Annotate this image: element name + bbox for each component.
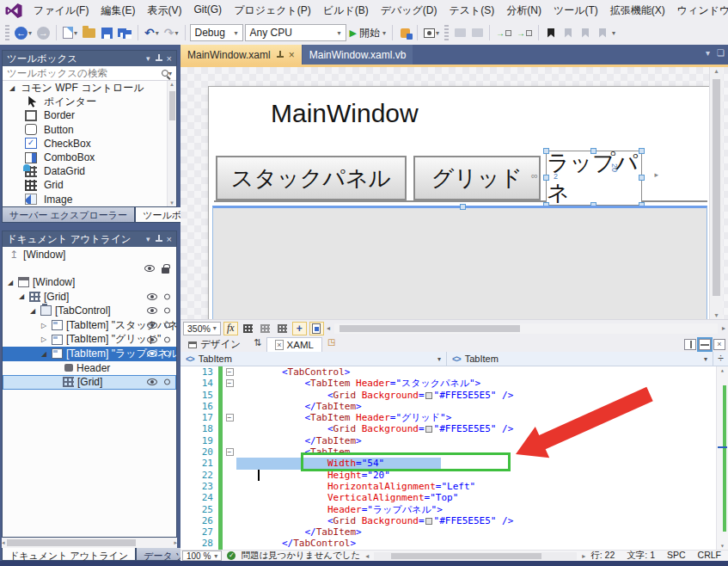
hit-test-circle-icon[interactable] — [164, 351, 170, 357]
toolbox-item-checkbox[interactable]: ✓CheckBox — [3, 137, 176, 151]
outline-title-bar[interactable]: ドキュメント アウトライン ▾ × — [3, 231, 176, 247]
code-line[interactable]: 25 Header="ラップパネル"> — [180, 504, 728, 515]
expanded-expander-icon[interactable]: ◢ — [6, 279, 15, 286]
hit-test-circle-icon[interactable] — [164, 293, 170, 299]
visibility-eye-icon[interactable] — [147, 350, 157, 357]
pin-icon[interactable] — [155, 54, 162, 63]
indentation-indicator[interactable]: SPC — [667, 550, 686, 562]
hit-test-circle-icon[interactable] — [164, 379, 170, 385]
effects-toggle-button[interactable]: fx — [223, 322, 238, 335]
grid-contrast-button[interactable] — [275, 322, 290, 335]
visibility-eye-icon[interactable] — [144, 265, 155, 272]
snap-to-snaplines-button[interactable] — [309, 322, 324, 335]
step-over-button[interactable]: → — [515, 23, 534, 42]
design-tab-grid[interactable]: グリッド — [413, 156, 541, 200]
designer-hscroll-right[interactable]: ▸ — [722, 324, 725, 332]
clear-bookmarks-button[interactable] — [595, 23, 610, 42]
code-vscrollbar[interactable]: ▴ ▾ — [716, 366, 728, 550]
snaplines-button[interactable]: + — [292, 322, 307, 335]
design-window[interactable]: MainWindow スタックパネル グリッド ラップパネ 2 20 ∞ — [208, 86, 710, 319]
designer-vscrollbar[interactable]: ▴ ▾ — [709, 67, 723, 319]
toolbox-item-grid[interactable]: Grid — [3, 178, 176, 192]
open-file-button[interactable] — [81, 23, 97, 42]
toolbox-item-datagrid[interactable]: DataGrid — [3, 164, 176, 178]
vertical-split-button[interactable] — [684, 339, 696, 350]
menu-item-test[interactable]: テスト(S) — [443, 1, 500, 21]
line-indicator[interactable]: 行: 22 — [590, 550, 615, 562]
code-hscroll-left[interactable]: ◂ — [365, 552, 369, 560]
collapse-region-icon[interactable]: − — [226, 448, 234, 456]
menu-item-tools[interactable]: ツール(T) — [548, 1, 604, 21]
resize-handle[interactable] — [543, 175, 549, 181]
navigate-forward-button[interactable]: → — [35, 23, 52, 42]
toolbox-item-combobox[interactable]: ComboBox — [3, 151, 176, 164]
toggle-bookmark-button[interactable] — [543, 23, 559, 42]
code-hscrollbar[interactable] — [374, 552, 577, 560]
toolbox-title-bar[interactable]: ツールボックス ▾ × — [3, 51, 176, 66]
visibility-eye-icon[interactable] — [147, 378, 157, 385]
toolbox-item-border[interactable]: Border — [3, 108, 176, 122]
menu-item-project[interactable]: プロジェクト(P) — [228, 1, 317, 21]
toolbox-vscrollbar[interactable]: ▴ ▾ — [167, 81, 176, 206]
outline-row[interactable]: ▷[TabItem] "グリッド" — [3, 332, 176, 347]
hot-reload-button[interactable] — [397, 23, 413, 42]
outline-row[interactable]: Header — [3, 361, 176, 376]
pin-icon[interactable] — [155, 235, 162, 243]
designer-hscrollbar[interactable] — [334, 323, 718, 334]
xaml-designer-surface[interactable]: MainWindow スタックパネル グリッド ラップパネ 2 20 ∞ — [180, 67, 728, 319]
outline-hscrollbar[interactable]: ◂ ▸ — [2, 538, 177, 548]
toolbox-group-header[interactable]: ◢コモン WPF コントロール — [3, 81, 176, 95]
debug-target-combobox[interactable]: Debug▾ — [190, 24, 243, 41]
tab-mainwindow-xaml[interactable]: MainWindow.xaml × — [180, 45, 302, 65]
code-line[interactable]: 26 <Grid Background="#FFE5E5E5" /> — [180, 515, 728, 526]
expanded-expander-icon[interactable]: ◢ — [17, 292, 26, 300]
code-line[interactable]: 27 </TabItem> — [180, 526, 728, 538]
prev-bookmark-button[interactable] — [560, 23, 576, 42]
code-hscroll-right[interactable]: ▸ — [582, 552, 585, 560]
outline-row[interactable]: ◢[Window] — [3, 275, 176, 290]
designer-hscroll-left[interactable]: ◂ — [327, 324, 330, 332]
selected-grid-content[interactable] — [212, 206, 707, 319]
resize-handle[interactable] — [460, 204, 466, 210]
menu-item-edit[interactable]: 編集(E) — [95, 1, 141, 21]
platform-combobox[interactable]: Any CPU▾ — [245, 24, 346, 41]
collapse-pane-button[interactable]: × — [713, 339, 725, 350]
line-ending-indicator[interactable]: CRLF — [698, 550, 721, 562]
outline-row[interactable]: [Grid] — [3, 375, 176, 390]
code-line[interactable]: 24 VerticalAlignment="Top" — [180, 492, 728, 503]
navigate-back-button[interactable]: ←▾ — [13, 23, 34, 42]
toolbox-item-button[interactable]: Button — [3, 123, 176, 137]
menu-item-view[interactable]: 表示(V) — [141, 1, 187, 21]
pin-icon[interactable] — [276, 51, 284, 59]
visibility-eye-icon[interactable] — [147, 307, 157, 314]
collapsed-expander-icon[interactable]: ▷ — [40, 322, 48, 329]
designer-zoom-combobox[interactable]: 350%▾ — [183, 322, 221, 335]
toolbox-item-image[interactable]: Image — [3, 193, 176, 206]
collapse-region-icon[interactable]: − — [226, 379, 234, 387]
collapsed-expander-icon[interactable]: ▷ — [40, 335, 48, 343]
visibility-eye-icon[interactable] — [147, 322, 157, 329]
close-icon[interactable]: × — [167, 234, 172, 244]
outline-jump-row[interactable]: ↥ [Window] — [3, 247, 176, 261]
menu-item-build[interactable]: ビルド(B) — [317, 1, 375, 21]
resize-handle[interactable] — [639, 148, 645, 154]
tab-design-view[interactable]: デザイン — [180, 337, 248, 352]
collapse-region-icon[interactable]: − — [226, 414, 234, 421]
design-tab-wrappanel-selected[interactable]: ラップパネ 2 20 ∞ ▸ — [546, 151, 642, 206]
code-line[interactable]: 28 </TabControl> — [180, 538, 728, 549]
start-debugging-button[interactable]: ▶ 開始 ▾ — [348, 23, 388, 42]
environment-button[interactable]: ▾ — [422, 23, 441, 42]
tab-list-icon[interactable]: ▾ — [706, 48, 710, 58]
swap-panes-button[interactable]: ⇅ — [248, 337, 266, 352]
window-menu-icon[interactable]: ▾ — [146, 235, 150, 243]
redo-button[interactable]: ↷▾ — [162, 23, 180, 42]
toolbox-item-pointer[interactable]: ポインター — [3, 95, 176, 108]
tab-xaml-view[interactable]: × XAML — [266, 337, 322, 352]
code-line[interactable]: 13− <TabControl> — [180, 366, 728, 378]
design-tab-stackpanel[interactable]: スタックパネル — [216, 156, 407, 200]
hit-test-circle-icon[interactable] — [164, 308, 170, 314]
tab-server-explorer[interactable]: サーバー エクスプローラー — [2, 207, 135, 223]
outline-row[interactable]: ◢[TabItem] "ラップパネル" — [3, 347, 176, 361]
menu-item-extensions[interactable]: 拡張機能(X) — [604, 1, 671, 21]
outline-row[interactable]: ▷[TabItem] "スタックパネル" — [3, 318, 176, 333]
